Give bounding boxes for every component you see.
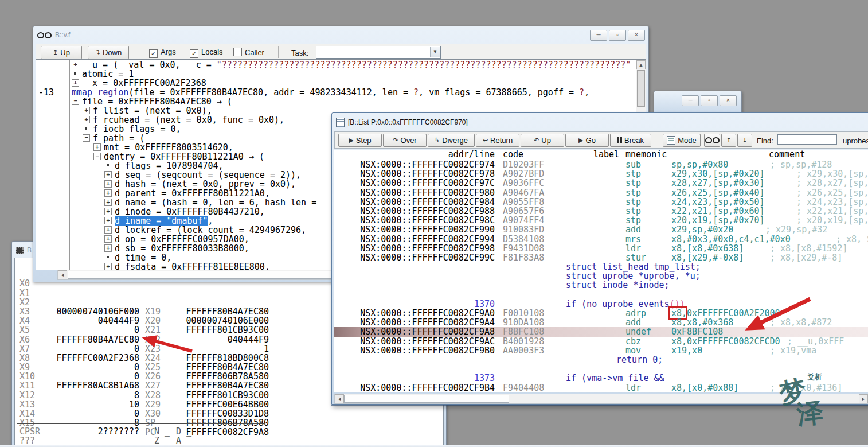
asm-row[interactable]: NSX:0000::FFFFFFC0082CF9ACB4001928cbzx8,… <box>334 337 868 346</box>
scroll-left-arrow[interactable]: ◂ <box>58 270 67 279</box>
down-small-button[interactable]: ↧ <box>737 134 752 147</box>
asm-row[interactable]: NSX:0000::FFFFFFC0082CF984A9055FF8stpx24… <box>334 197 868 207</box>
list-horizontal-scrollbar[interactable]: ◂ ▸ <box>334 394 868 404</box>
register-value[interactable]: 040444F9 <box>178 335 269 344</box>
register-value[interactable]: FFFFFF80B4A7EC80 <box>178 363 269 372</box>
background-window[interactable]: ─ ▫ × <box>654 91 742 115</box>
header-mnemonic[interactable]: mnemonic <box>625 150 667 160</box>
over-button[interactable]: ↷Over <box>383 134 427 147</box>
minimize-button[interactable]: ─ <box>682 95 699 106</box>
expand-toggle[interactable]: + <box>104 235 112 243</box>
scroll-up-arrow[interactable]: ▲ <box>636 60 646 69</box>
expand-toggle[interactable]: + <box>104 244 112 252</box>
go-button[interactable]: ▶Go <box>565 134 609 147</box>
asm-row[interactable]: NSX:0000::FFFFFFC0082CF980A90467FAstpx26… <box>334 188 868 197</box>
variable-line[interactable]: mmap_region(file = 0xFFFFFF80B4A7EC80, a… <box>71 88 636 97</box>
asm-row[interactable]: NSX:0000::FFFFFFC0082CF9A4910DA108addx8,… <box>334 318 868 327</box>
caller-checkbox-box[interactable] <box>233 48 242 56</box>
asm-row[interactable]: NSX:0000::FFFFFFC0082CF998F9431D08ldrx8,… <box>334 244 868 253</box>
close-button[interactable]: × <box>720 95 737 106</box>
down-button[interactable]: ↴ Down <box>88 46 129 59</box>
expand-toggle[interactable]: + <box>104 226 112 234</box>
register-value[interactable]: FFFFFFC00A2F2368 <box>32 353 139 363</box>
register-value[interactable]: FFFFFFC0082CF9A8 <box>178 427 269 437</box>
args-checkbox-box[interactable]: ✓ <box>149 49 158 58</box>
register-value[interactable]: 0 <box>32 363 139 372</box>
expand-toggle[interactable]: + <box>104 208 112 215</box>
header-addr-line[interactable]: addr/line <box>340 150 495 160</box>
asm-row[interactable]: NSX:0000::FFFFFFC0082CF9B4F9404408ldrx8,… <box>334 383 868 392</box>
locals-checkbox[interactable]: ✓Locals <box>190 48 223 58</box>
register-value[interactable]: FFFFFFC00833D1D8 <box>178 409 269 418</box>
asm-row[interactable]: NSX:0000::FFFFFFC0082CF994D5384108mrsx8,… <box>334 235 868 244</box>
list-window-titlebar[interactable]: [B::List P:0x0::0xFFFFFFC0082CF970] <box>333 114 868 130</box>
header-comment[interactable]: comment <box>769 150 805 160</box>
source-row[interactable]: struct list_head tmp_list; <box>334 262 868 271</box>
asm-row[interactable]: NSX:0000::FFFFFFC0082CF9B0AA0003F3movx19… <box>334 346 868 355</box>
asm-row[interactable]: NSX:0000::FFFFFFC0082CF978A9027BFDstpx29… <box>334 169 868 178</box>
header-label[interactable]: label <box>593 150 619 160</box>
register-value[interactable]: 1 <box>178 344 269 353</box>
register-value[interactable]: FFFFFF80B4A7EC80 <box>178 381 269 390</box>
scroll-left-arrow[interactable]: ◂ <box>335 394 344 403</box>
scrollbar-thumb[interactable] <box>344 395 509 403</box>
register-value[interactable]: 040444F9 <box>32 316 139 325</box>
caller-checkbox[interactable]: Caller <box>233 48 264 57</box>
register-value[interactable]: FFFFFF801CB93C00 <box>178 325 269 335</box>
up-button[interactable]: ↥ Up <box>41 46 82 59</box>
asm-row[interactable]: NSX:0000::FFFFFFC0082CF9A8F8BFC108undef0… <box>334 327 868 336</box>
asm-row[interactable]: NSX:0000::FFFFFFC0082CF988A90657F6stpx22… <box>334 207 868 216</box>
asm-row[interactable]: NSX:0000::FFFFFFC0082CF990910083FDaddx29… <box>334 225 868 234</box>
register-value[interactable]: 10 <box>32 400 139 409</box>
register-value[interactable]: FFFFFF801CB93C00 <box>178 391 269 400</box>
expand-toggle[interactable]: + <box>72 79 79 87</box>
register-value[interactable]: 0 <box>32 325 139 335</box>
up-small-button[interactable]: ↥ <box>721 134 736 147</box>
source-row[interactable]: struct inode *inode; <box>334 281 868 290</box>
variable-line[interactable]: atomic = 1 <box>71 69 636 79</box>
trace-button[interactable] <box>704 134 720 147</box>
variable-line[interactable]: −file = 0xFFFFFF80B4A7EC80 → ( <box>71 97 636 106</box>
variable-line[interactable]: +__u = (__val = 0x0, __c = "????????????… <box>71 60 636 69</box>
source-row[interactable]: 1370if (no_uprobe_events()) <box>334 300 868 309</box>
variable-line[interactable]: +__x = 0xFFFFFFC00A2F2368 <box>71 79 636 88</box>
asm-row[interactable]: NSX:0000::FFFFFFC0082CF98CA9074FF4stpx20… <box>334 216 868 225</box>
list-window[interactable]: [B::List P:0x0::0xFFFFFFC0082CF970] ▶Ste… <box>331 112 868 405</box>
restore-button[interactable]: ▫ <box>701 95 718 106</box>
register-value[interactable]: FFFFFF80B4A7EC80 <box>178 307 269 316</box>
step-button[interactable]: ▶Step <box>338 134 382 147</box>
find-input[interactable] <box>777 134 837 145</box>
mode-button[interactable]: Mode <box>663 134 701 147</box>
args-checkbox[interactable]: ✓Args <box>149 48 176 58</box>
scroll-right-arrow[interactable]: ▸ <box>859 394 868 403</box>
register-value[interactable]: FFFFFFC00E64BB00 <box>178 400 269 409</box>
expand-toggle[interactable]: + <box>83 116 90 123</box>
cpsr-value[interactable]: 2??????? <box>32 427 139 436</box>
register-value[interactable]: 000000740106F000 <box>32 307 139 316</box>
minimize-button[interactable]: ─ <box>590 30 607 41</box>
expand-toggle[interactable]: + <box>83 107 90 114</box>
vf-window-titlebar[interactable]: B::v.f <box>34 28 647 42</box>
register-value[interactable]: FFFFFF80B4A7EC80 <box>32 335 139 344</box>
register-value[interactable]: 000000740106E000 <box>178 316 269 325</box>
expand-toggle[interactable]: + <box>104 263 112 270</box>
header-code[interactable]: code <box>503 150 523 160</box>
combo-dropdown-icon[interactable]: ▼ <box>430 47 440 57</box>
expand-toggle[interactable]: − <box>83 134 90 142</box>
source-row[interactable]: 1373if (vma->vm_file && <box>334 374 868 383</box>
expand-toggle[interactable]: + <box>104 180 112 188</box>
scrollbar-thumb[interactable] <box>637 70 645 107</box>
register-value[interactable]: FFFFFF80AC8B1A68 <box>32 381 139 390</box>
expand-toggle[interactable]: + <box>93 143 101 151</box>
source-row[interactable]: return 0; <box>334 355 868 364</box>
return-button[interactable]: ↩Return <box>476 134 519 147</box>
expand-toggle[interactable]: + <box>104 189 112 197</box>
register-value[interactable]: 0 <box>32 409 139 418</box>
register-value[interactable]: 0 <box>32 344 139 353</box>
expand-toggle[interactable]: − <box>93 153 101 160</box>
register-value[interactable]: FFFFFF818BD800C8 <box>178 353 269 363</box>
asm-row[interactable]: NSX:0000::FFFFFFC0082CF974D10203FFsubsp,… <box>334 160 868 169</box>
up-button[interactable]: ↶Up <box>521 134 564 147</box>
break-button[interactable]: Break <box>610 134 651 147</box>
expand-toggle[interactable]: + <box>72 61 79 68</box>
